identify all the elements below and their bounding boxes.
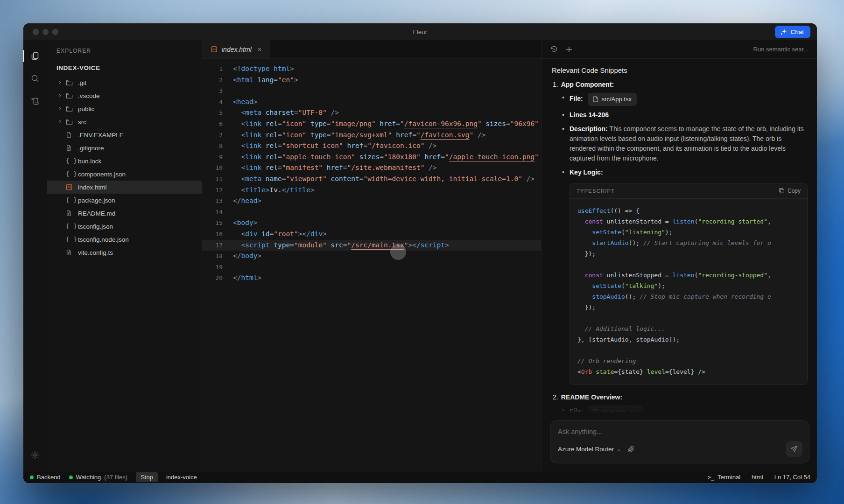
tree-item-components-json[interactable]: { }components.json bbox=[47, 168, 202, 181]
code-line-9[interactable]: 9 <link rel="apple-touch-icon" sizes="18… bbox=[202, 152, 541, 163]
search-icon[interactable] bbox=[26, 69, 44, 88]
status-html[interactable]: html bbox=[752, 474, 763, 481]
code-line-8[interactable]: 8 <link rel="shortcut icon" href="/favic… bbox=[202, 140, 541, 152]
file-bullet: File: src/App.tsx bbox=[562, 93, 808, 106]
tree-item--gitignore[interactable]: .gitignore bbox=[47, 141, 202, 154]
code-line-17[interactable]: 17 <script type="module" src="/src/main.… bbox=[202, 240, 541, 251]
assistant-response: Relevant Code Snippets 1.App Component: … bbox=[542, 59, 817, 416]
status-ln-17-col-54[interactable]: Ln 17, Col 54 bbox=[774, 474, 810, 481]
code-editor[interactable]: 1<!doctype html>2<html lang="en">34<head… bbox=[202, 59, 541, 471]
activity-bar bbox=[23, 40, 47, 471]
line-content: <html lang="en"> bbox=[233, 75, 541, 86]
line-number: 1 bbox=[202, 63, 223, 75]
status-label: Ln 17, Col 54 bbox=[774, 474, 810, 481]
tab-index-html[interactable]: index.html × bbox=[202, 40, 270, 58]
tree-item-label: index.html bbox=[78, 184, 107, 191]
status-backend[interactable]: Backend bbox=[30, 474, 61, 481]
tree-item-package-json[interactable]: { }package.json bbox=[47, 194, 202, 207]
doc-icon bbox=[66, 249, 78, 256]
model-selector[interactable]: Azure Model Router ⌄ bbox=[558, 446, 621, 453]
attachment-icon[interactable] bbox=[627, 445, 635, 453]
code-line-14[interactable]: 14 bbox=[202, 207, 541, 218]
files-icon[interactable] bbox=[26, 47, 44, 65]
code-line-18[interactable]: 18</body> bbox=[202, 251, 541, 262]
tree-item-public[interactable]: public bbox=[47, 102, 202, 115]
line-number: 17 bbox=[202, 240, 223, 251]
folder-icon bbox=[66, 119, 78, 126]
file-chip-app-tsx[interactable]: src/App.tsx bbox=[588, 93, 637, 106]
code-line-13[interactable]: 13</head> bbox=[202, 196, 541, 207]
line-content bbox=[233, 207, 541, 218]
chat-button-label: Chat bbox=[790, 28, 804, 35]
snippet-line: stopAudio(); // Stop mic capture when re… bbox=[577, 291, 800, 302]
snippet-line: setState("listening"); bbox=[577, 227, 800, 238]
chat-input-placeholder[interactable]: Ask anything... bbox=[558, 428, 802, 435]
gear-icon[interactable] bbox=[26, 446, 44, 464]
code-line-10[interactable]: 10 <link rel="manifest" href="/site.webm… bbox=[202, 162, 541, 174]
copy-button[interactable]: Copy bbox=[779, 188, 801, 194]
status-stop[interactable]: Stop bbox=[136, 472, 158, 482]
send-button[interactable] bbox=[786, 441, 802, 457]
code-line-12[interactable]: 12 <title>Iv.</title> bbox=[202, 185, 541, 196]
line-content: <!doctype html> bbox=[233, 63, 541, 75]
snippet-line: setState("talking"); bbox=[577, 280, 800, 291]
file-icon bbox=[66, 132, 78, 138]
tree-item-vite-config-ts[interactable]: vite.config.ts bbox=[47, 246, 202, 259]
line-number: 7 bbox=[202, 130, 223, 141]
code-line-4[interactable]: 4<head> bbox=[202, 97, 541, 108]
titlebar: Fleur Chat bbox=[23, 23, 817, 40]
tree-item-tsconfig-json[interactable]: { }tsconfig.json bbox=[47, 220, 202, 233]
chat-input-box[interactable]: Ask anything... Azure Model Router ⌄ bbox=[550, 420, 809, 463]
snippet-line: // Orb rendering bbox=[577, 356, 800, 366]
tree-item--env-example[interactable]: .ENV.EXAMPLE bbox=[47, 128, 202, 141]
history-icon[interactable] bbox=[550, 45, 558, 53]
tree-item-index-html[interactable]: index.html bbox=[47, 181, 202, 194]
code-line-2[interactable]: 2<html lang="en"> bbox=[202, 75, 541, 86]
run-semantic-search[interactable]: Run semantic sear... bbox=[753, 46, 809, 53]
line-content: <link rel="shortcut icon" href="/favicon… bbox=[233, 140, 541, 152]
tree-item--git[interactable]: .git bbox=[47, 76, 202, 89]
code-line-1[interactable]: 1<!doctype html> bbox=[202, 63, 541, 75]
assistant-panel: Run semantic sear... Relevant Code Snipp… bbox=[542, 40, 817, 471]
line-number: 11 bbox=[202, 174, 223, 185]
status-index-voice[interactable]: index-voice bbox=[166, 474, 197, 481]
tree-item-readme-md[interactable]: README.md bbox=[47, 207, 202, 220]
scroll-icon[interactable] bbox=[26, 91, 44, 110]
code-line-19[interactable]: 19 bbox=[202, 262, 541, 273]
braces-icon: { } bbox=[66, 171, 78, 177]
tree-item-label: tsconfig.json bbox=[78, 223, 113, 230]
tree-item-bun-lock[interactable]: { }bun.lock bbox=[47, 154, 202, 168]
file-chip-readme[interactable]: README.md bbox=[588, 406, 643, 416]
tree-item--vscode[interactable]: .vscode bbox=[47, 89, 202, 102]
tree-item-tsconfig-node-json[interactable]: { }tsconfig.node.json bbox=[47, 233, 202, 246]
line-number: 20 bbox=[202, 273, 223, 284]
braces-icon: { } bbox=[66, 197, 78, 203]
code-line-16[interactable]: 16 <div id="root"></div> bbox=[202, 229, 541, 240]
chat-button[interactable]: Chat bbox=[775, 26, 810, 38]
code-line-11[interactable]: 11 <meta name="viewport" content="width=… bbox=[202, 174, 541, 185]
line-number: 12 bbox=[202, 185, 223, 196]
tab-label: index.html bbox=[222, 46, 252, 53]
assistant-panel-header: Run semantic sear... bbox=[542, 40, 817, 59]
code-line-15[interactable]: 15<body> bbox=[202, 217, 541, 229]
file-icon bbox=[593, 96, 598, 102]
new-chat-icon[interactable] bbox=[565, 46, 573, 53]
close-window-button[interactable] bbox=[33, 29, 39, 35]
editor-pane: index.html × 1<!doctype html>2<html lang… bbox=[202, 40, 542, 471]
tree-item-label: components.json bbox=[78, 171, 126, 178]
project-name[interactable]: INDEX-VOICE bbox=[47, 54, 202, 76]
minimize-window-button[interactable] bbox=[42, 29, 49, 35]
line-content: <meta charset="UTF-8" /> bbox=[233, 107, 541, 119]
code-line-6[interactable]: 6 <link rel="icon" type="image/png" href… bbox=[202, 119, 541, 130]
code-line-5[interactable]: 5 <meta charset="UTF-8" /> bbox=[202, 107, 541, 119]
line-content: <meta name="viewport" content="width=dev… bbox=[233, 174, 541, 185]
tree-item-src[interactable]: src bbox=[47, 115, 202, 128]
status-terminal[interactable]: >_Terminal bbox=[708, 474, 740, 481]
code-line-7[interactable]: 7 <link rel="icon" type="image/svg+xml" … bbox=[202, 130, 541, 141]
status-watching[interactable]: Watching(37 files) bbox=[69, 474, 128, 481]
tab-close-icon[interactable]: × bbox=[258, 45, 262, 53]
zoom-window-button[interactable] bbox=[52, 29, 58, 35]
line-number: 3 bbox=[202, 85, 223, 97]
code-line-20[interactable]: 20</html> bbox=[202, 273, 541, 284]
code-line-3[interactable]: 3 bbox=[202, 85, 541, 97]
